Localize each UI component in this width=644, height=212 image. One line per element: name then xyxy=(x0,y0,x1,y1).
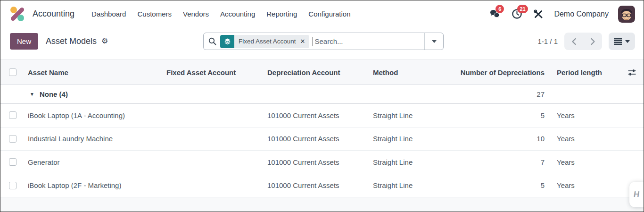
optional-columns-icon[interactable] xyxy=(628,69,636,76)
actions-gear-icon[interactable]: ⚙ xyxy=(101,37,108,45)
cell-depreciation-account: 101000 Current Assets xyxy=(267,104,373,127)
table-row[interactable]: iBook Laptop (2F - Marketing) 101000 Cur… xyxy=(0,174,644,198)
header-asset-name[interactable]: Asset Name xyxy=(22,60,166,85)
search-input[interactable]: Search... xyxy=(314,37,343,45)
cell-fixed-asset-account xyxy=(166,151,267,174)
cell-period-length: Years xyxy=(547,151,618,174)
list-view-icon xyxy=(614,38,622,45)
cell-gear-spacer xyxy=(618,151,644,174)
logo-teal-dot xyxy=(17,15,24,21)
cell-asset-name: iBook Laptop (1A - Accounting) xyxy=(22,104,166,127)
activities-button[interactable]: 21 xyxy=(511,8,523,20)
empty-area xyxy=(0,197,644,212)
row-checkbox[interactable] xyxy=(9,111,17,119)
table-header-row: Asset Name Fixed Asset Account Depreciat… xyxy=(0,59,644,85)
messages-count-badge: 6 xyxy=(495,5,504,13)
cell-asset-name: Generator xyxy=(22,151,166,174)
pager-next-button[interactable] xyxy=(583,33,602,50)
group-expand-icon[interactable]: ▼ xyxy=(30,92,34,97)
group-check-spacer xyxy=(0,85,22,103)
group-label: None (4) xyxy=(40,90,68,98)
cell-depreciation-account: 101000 Current Assets xyxy=(267,174,373,197)
spacer xyxy=(0,55,644,59)
cell-depreciation-account: 101000 Current Assets xyxy=(267,127,373,151)
new-button[interactable]: New xyxy=(10,33,38,50)
cell-period-length: Years xyxy=(547,174,618,197)
optional-columns-cell xyxy=(618,60,644,85)
top-navbar: Accounting Dashboard Customers Vendors A… xyxy=(0,0,644,27)
accounting-app-logo-icon[interactable] xyxy=(9,6,26,23)
search-options-toggle[interactable] xyxy=(424,33,443,50)
cell-method: Straight Line xyxy=(373,174,455,197)
header-depreciation-account[interactable]: Depreciation Account xyxy=(267,60,373,85)
row-checkbox[interactable] xyxy=(9,135,17,143)
remove-facet-icon[interactable]: ✕ xyxy=(300,38,305,44)
floating-widget-glyph: H xyxy=(633,190,640,199)
app-name[interactable]: Accounting xyxy=(33,9,74,19)
control-panel: New Asset Models ⚙ Fixed Asset Account xyxy=(0,27,644,55)
cell-gear-spacer xyxy=(618,104,644,127)
debug-tools-button[interactable] xyxy=(532,8,545,20)
select-all-cell xyxy=(0,60,22,85)
select-all-checkbox[interactable] xyxy=(9,68,17,76)
company-switcher[interactable]: Demo Company xyxy=(554,10,609,18)
group-depreciations-sum: 27 xyxy=(455,85,547,103)
cell-asset-name: Industrial Laundry Machine xyxy=(22,127,166,151)
navbar-right: 6 21 Demo Company xyxy=(489,6,635,23)
header-method[interactable]: Method xyxy=(373,60,455,85)
cell-method: Straight Line xyxy=(373,127,455,151)
group-row-none[interactable]: ▼ None (4) 27 xyxy=(0,85,644,104)
tools-icon xyxy=(534,9,543,19)
table-row[interactable]: Industrial Laundry Machine 101000 Curren… xyxy=(0,127,644,151)
pager-range: 1-1 / 1 xyxy=(537,37,558,45)
row-check-cell xyxy=(0,104,22,127)
search-icon xyxy=(208,37,216,45)
group-label-cell: ▼ None (4) xyxy=(22,85,455,103)
row-checkbox[interactable] xyxy=(9,158,17,166)
page-title: Asset Models xyxy=(46,36,97,46)
menu-item[interactable]: Vendors xyxy=(177,6,215,22)
table-row[interactable]: iBook Laptop (1A - Accounting) 101000 Cu… xyxy=(0,104,644,127)
menu-item[interactable]: Configuration xyxy=(303,6,356,22)
cell-number-of-depreciations: 5 xyxy=(455,174,547,197)
cell-fixed-asset-account xyxy=(166,174,267,197)
view-switcher-button[interactable] xyxy=(609,33,635,50)
cell-depreciation-account: 101000 Current Assets xyxy=(267,151,373,174)
chevron-right-icon xyxy=(590,38,595,45)
menu-item[interactable]: Customers xyxy=(132,6,177,22)
cell-number-of-depreciations: 7 xyxy=(455,151,547,174)
user-avatar[interactable] xyxy=(618,6,635,23)
cell-method: Straight Line xyxy=(373,151,455,174)
cell-gear-spacer xyxy=(618,127,644,151)
group-gear-spacer xyxy=(618,85,644,103)
cell-fixed-asset-account xyxy=(166,127,267,151)
header-fixed-asset-account[interactable]: Fixed Asset Account xyxy=(166,60,267,85)
activities-count-badge: 21 xyxy=(517,5,528,13)
table-row[interactable]: Generator 101000 Current Assets Straight… xyxy=(0,151,644,174)
cell-fixed-asset-account xyxy=(166,104,267,127)
row-check-cell xyxy=(0,174,22,197)
group-by-layers-icon xyxy=(220,35,234,48)
cell-period-length: Years xyxy=(547,127,618,151)
main-menu: Dashboard Customers Vendors Accounting R… xyxy=(86,6,356,22)
view-switcher-caret-icon xyxy=(625,40,630,43)
row-checkbox[interactable] xyxy=(9,182,17,189)
header-number-of-depreciations[interactable]: Number of Depreciations xyxy=(455,60,547,85)
header-period-length[interactable]: Period length xyxy=(547,60,618,85)
floating-widget[interactable]: H xyxy=(629,182,644,207)
menu-item[interactable]: Reporting xyxy=(261,6,303,22)
cell-number-of-depreciations: 5 xyxy=(455,104,547,127)
pager-previous-button[interactable] xyxy=(564,33,583,50)
pager-area: 1-1 / 1 xyxy=(537,33,635,50)
search-facet-groupby[interactable]: Fixed Asset Account ✕ xyxy=(220,35,309,48)
search-bar[interactable]: Fixed Asset Account ✕ Search... xyxy=(203,33,444,50)
cell-method: Straight Line xyxy=(373,104,455,127)
menu-item[interactable]: Accounting xyxy=(215,6,261,22)
menu-item[interactable]: Dashboard xyxy=(86,6,132,22)
cell-number-of-depreciations: 10 xyxy=(455,127,547,151)
table-body: iBook Laptop (1A - Accounting) 101000 Cu… xyxy=(0,104,644,197)
text-cursor xyxy=(313,37,313,46)
cell-period-length: Years xyxy=(547,104,618,127)
messages-button[interactable]: 6 xyxy=(489,8,501,20)
cell-asset-name: iBook Laptop (2F - Marketing) xyxy=(22,174,166,197)
